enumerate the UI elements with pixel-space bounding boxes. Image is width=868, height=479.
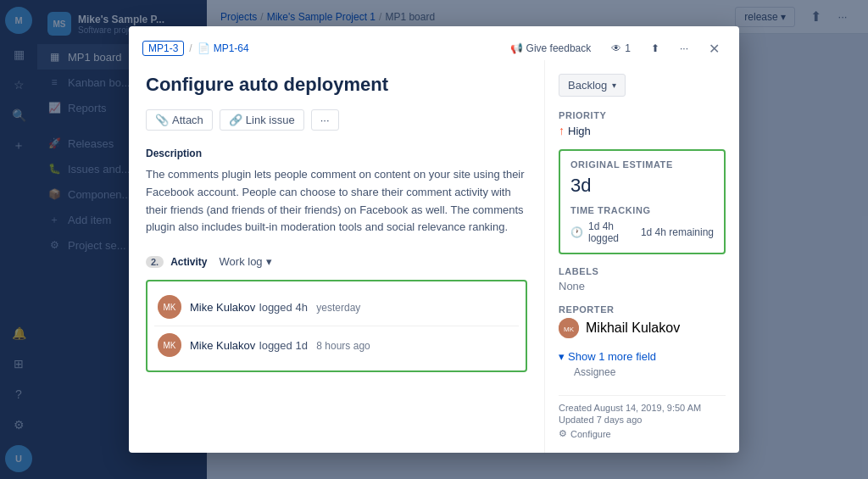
- modal-footer: Created August 14, 2019, 9:50 AM Updated…: [559, 395, 726, 439]
- reporter-avatar: MK: [559, 318, 579, 338]
- created-text: Created August 14, 2019, 9:50 AM: [559, 403, 726, 413]
- eye-icon: 👁: [611, 42, 621, 54]
- modal-actions: 📢 Give feedback 👁 1 ⬆ ··· ✕: [504, 36, 726, 60]
- share-button-modal[interactable]: ⬆: [644, 39, 666, 58]
- reporter-field: Reporter MK Mikhail Kulakov: [559, 304, 726, 338]
- activity-label: Activity: [170, 256, 207, 268]
- status-chevron-icon: ▾: [612, 81, 616, 90]
- modal-title: Configure auto deployment: [146, 74, 527, 96]
- activity-time-1: yesterday: [316, 302, 360, 314]
- chevron-right-icon: ▾: [559, 350, 565, 363]
- updated-text: Updated 7 days ago: [559, 415, 726, 425]
- priority-value: ↑ High: [559, 124, 726, 137]
- issue-modal: MP1-3 / 📄 MP1-64 📢 Give feedback 👁 1: [129, 26, 739, 453]
- description-title: Description: [146, 148, 527, 159]
- attach-button[interactable]: 📎 Attach: [146, 109, 213, 131]
- priority-arrow-icon: ↑: [559, 124, 565, 137]
- activity-number: 2.: [146, 256, 164, 268]
- activity-header: 2. Activity Work log ▾: [146, 253, 527, 270]
- status-button[interactable]: Backlog ▾: [559, 74, 626, 97]
- modal-right-panel: Backlog ▾ Priority ↑ High Original Estim…: [544, 60, 739, 453]
- svg-text:MK: MK: [164, 341, 176, 350]
- feedback-icon: 📢: [510, 42, 523, 54]
- modal-toolbar: 📎 Attach 🔗 Link issue ···: [146, 109, 527, 131]
- toolbar-more-button[interactable]: ···: [311, 109, 339, 131]
- clock-icon: 🕐: [570, 226, 583, 238]
- attach-icon: 📎: [155, 114, 169, 126]
- activity-avatar-1: MK: [158, 295, 181, 319]
- reporter-label: Reporter: [559, 304, 726, 315]
- priority-label: Priority: [559, 110, 726, 120]
- labels-field: Labels None: [559, 266, 726, 292]
- activity-time-2: 8 hours ago: [316, 340, 370, 352]
- modal-body: Configure auto deployment 📎 Attach 🔗 Lin…: [129, 60, 739, 453]
- modal-close-button[interactable]: ✕: [702, 36, 726, 60]
- priority-field: Priority ↑ High: [559, 110, 726, 137]
- reporter-name: Mikhail Kulakov: [586, 320, 680, 336]
- modal-header: MP1-3 / 📄 MP1-64 📢 Give feedback 👁 1: [129, 26, 739, 60]
- show-more-button[interactable]: ▾ Show 1 more field: [559, 350, 726, 363]
- activity-text-1: Mike Kulakov logged 4h yesterday: [190, 299, 360, 315]
- share-icon: ⬆: [651, 42, 659, 54]
- gear-icon: ⚙: [559, 428, 567, 439]
- modal-breadcrumb: MP1-3 / 📄 MP1-64: [142, 41, 249, 56]
- tracking-label: Time tracking: [570, 205, 714, 215]
- views-button[interactable]: 👁 1: [604, 39, 637, 58]
- issue-type-icon: 📄: [198, 42, 210, 54]
- time-logged: 1d 4h logged: [588, 220, 624, 244]
- modal-overlay[interactable]: MP1-3 / 📄 MP1-64 📢 Give feedback 👁 1: [0, 0, 868, 479]
- time-remaining: 1d 4h remaining: [641, 226, 714, 238]
- estimate-box: Original Estimate 3d Time tracking 🕐 1d …: [559, 149, 726, 254]
- description-text: The comments plugin lets people comment …: [146, 166, 527, 237]
- feedback-button[interactable]: 📢 Give feedback: [504, 39, 598, 58]
- activity-item-1: MK Mike Kulakov logged 4h yesterday: [154, 288, 519, 326]
- tracking-row: 🕐 1d 4h logged 1d 4h remaining: [570, 220, 714, 244]
- configure-link[interactable]: ⚙ Configure: [559, 428, 726, 439]
- activity-text-2: Mike Kulakov logged 1d 8 hours ago: [190, 337, 370, 353]
- labels-value: None: [559, 280, 726, 292]
- chevron-down-icon: ▾: [266, 255, 272, 268]
- more-options-button[interactable]: ···: [673, 39, 695, 58]
- labels-label: Labels: [559, 266, 726, 276]
- estimate-value: 3d: [570, 175, 714, 197]
- modal-parent-tag[interactable]: MP1-3: [142, 41, 184, 56]
- activity-list: MK Mike Kulakov logged 4h yesterday MK: [146, 280, 527, 372]
- svg-text:MK: MK: [564, 326, 575, 333]
- activity-avatar-2: MK: [158, 333, 181, 357]
- svg-text:MK: MK: [164, 303, 176, 312]
- modal-issue-id[interactable]: 📄 MP1-64: [198, 42, 249, 54]
- reporter-row: MK Mikhail Kulakov: [559, 318, 726, 338]
- modal-left-panel: Configure auto deployment 📎 Attach 🔗 Lin…: [129, 60, 544, 453]
- assignee-sublabel: Assignee: [574, 366, 726, 378]
- activity-item-2: MK Mike Kulakov logged 1d 8 hours ago: [154, 326, 519, 364]
- estimate-label: Original Estimate: [570, 159, 714, 170]
- link-icon: 🔗: [229, 114, 242, 126]
- link-issue-button[interactable]: 🔗 Link issue: [220, 109, 304, 131]
- worklog-selector[interactable]: Work log ▾: [214, 253, 277, 270]
